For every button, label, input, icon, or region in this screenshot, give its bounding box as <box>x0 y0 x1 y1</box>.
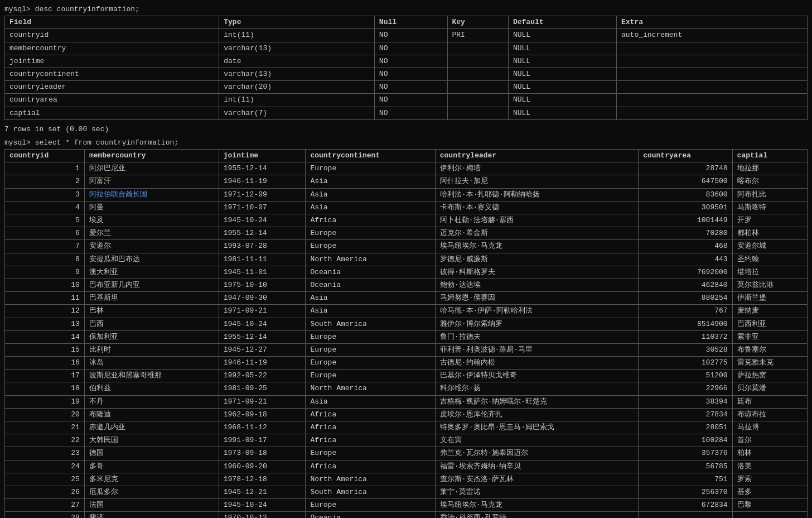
select-cell-10-3: Asia <box>306 292 435 305</box>
select-cell-3-5: 309501 <box>639 201 732 214</box>
select-cell-21-3: Africa <box>306 434 435 447</box>
select-table-row: 25多米尼克1978-12-18North America查尔斯·安杰洛·萨瓦林… <box>5 473 808 486</box>
select-cell-6-0: 7 <box>5 240 85 253</box>
select-table-row: 10巴布亚新几内亚1975-10-10Oceania鲍勃·达达埃462840莫尔… <box>5 279 808 291</box>
select-cell-15-4: 古德尼·约翰内松 <box>435 357 638 370</box>
desc-cell-5-0: countryarea <box>5 94 219 107</box>
select-cell-3-2: 1971-10-07 <box>219 201 306 214</box>
select-cell-18-2: 1971-09-21 <box>219 395 306 408</box>
desc-table-row: membercountryvarchar(13)NONULL <box>5 42 808 55</box>
select-cell-14-3: Europe <box>306 343 435 356</box>
select-cell-22-0: 23 <box>5 447 85 460</box>
select-cell-2-6: 阿布扎比 <box>732 188 807 201</box>
select-cell-15-1: 冰岛 <box>84 357 219 370</box>
desc-cell-2-3 <box>447 55 508 68</box>
select-cell-15-5: 102775 <box>639 357 732 370</box>
select-cell-13-4: 鲁门·拉德夫 <box>435 330 638 343</box>
desc-cell-2-5 <box>616 55 807 68</box>
select-header-countryid: countryid <box>5 150 85 162</box>
select-cell-22-5: 357376 <box>639 447 732 460</box>
select-cell-5-0: 6 <box>5 227 85 240</box>
select-cell-3-0: 4 <box>5 201 85 214</box>
select-table-row: 7安道尔1993-07-28Europe埃马纽埃尔·马克龙468安道尔城 <box>5 240 808 253</box>
select-cell-14-4: 菲利普·利奥波德·路易·马里 <box>435 343 638 356</box>
select-cell-23-4: 福雷·埃索齐姆纳·纳辛贝 <box>435 460 638 473</box>
select-cell-0-6: 地拉那 <box>732 162 807 175</box>
select-table-row: 8安提瓜和巴布达1981-11-11North America罗德尼·威廉斯44… <box>5 253 808 266</box>
select-cell-27-4: 乔治·科努西·孔罗特 <box>435 512 638 518</box>
select-cell-2-5: 83600 <box>639 188 732 201</box>
select-cell-5-1: 爱尔兰 <box>84 227 219 240</box>
select-cell-6-6: 安道尔城 <box>732 240 807 253</box>
select-cell-18-6: 廷布 <box>732 395 807 408</box>
select-cell-26-5: 672834 <box>639 499 732 512</box>
desc-cell-1-4: NULL <box>508 42 616 55</box>
desc-cell-5-5 <box>616 94 807 107</box>
select-cell-6-2: 1993-07-28 <box>219 240 306 253</box>
desc-cell-4-5 <box>616 81 807 94</box>
select-cell-1-2: 1946-11-19 <box>219 175 306 188</box>
select-cell-9-6: 莫尔兹比港 <box>732 279 807 291</box>
select-cell-18-3: Asia <box>306 395 435 408</box>
select-cell-23-0: 24 <box>5 460 85 473</box>
select-table-row: 24多哥1960-09-20Africa福雷·埃索齐姆纳·纳辛贝56785洛美 <box>5 460 808 473</box>
select-cell-12-3: South America <box>306 318 435 330</box>
select-cell-5-6: 都柏林 <box>732 227 807 240</box>
select-cell-11-6: 麦纳麦 <box>732 305 807 318</box>
select-cell-12-6: 巴西利亚 <box>732 318 807 330</box>
select-cell-14-1: 比利时 <box>84 343 219 356</box>
desc-cell-5-1: int(11) <box>219 94 375 107</box>
select-cell-23-2: 1960-09-20 <box>219 460 306 473</box>
select-cell-7-0: 8 <box>5 253 85 266</box>
select-cell-6-5: 468 <box>639 240 732 253</box>
select-cell-2-0: 3 <box>5 188 85 201</box>
select-cell-19-2: 1962-09-18 <box>219 408 306 421</box>
select-cell-27-2: 1970-10-13 <box>219 512 306 518</box>
desc-cell-5-2: NO <box>374 94 447 107</box>
select-cell-24-2: 1978-12-18 <box>219 473 306 486</box>
select-header-membercountry: membercountry <box>84 150 219 162</box>
select-cell-0-0: 1 <box>5 162 85 175</box>
select-cell-11-4: 哈马德·本·伊萨·阿勒哈利法 <box>435 305 638 318</box>
desc-cell-0-1: int(11) <box>219 29 375 42</box>
select-table-row: 13巴西1945-10-24South America雅伊尔·博尔索纳罗8514… <box>5 318 808 330</box>
select-table: countryidmembercountryjointimecountrycon… <box>4 149 808 518</box>
select-cell-24-4: 查尔斯·安杰洛·萨瓦林 <box>435 473 638 486</box>
select-cell-18-0: 19 <box>5 395 85 408</box>
desc-cell-0-4: NULL <box>508 29 616 42</box>
select-cell-7-3: North America <box>306 253 435 266</box>
select-cell-9-2: 1975-10-10 <box>219 279 306 291</box>
select-cell-8-3: Oceania <box>306 266 435 279</box>
select-table-row: 18伯利兹1981-09-25North America科尔维尔·扬22966贝… <box>5 382 808 395</box>
select-cell-8-4: 彼得·科斯格罗夫 <box>435 266 638 279</box>
select-cell-19-6: 布琼布拉 <box>732 408 807 421</box>
select-cell-12-4: 雅伊尔·博尔索纳罗 <box>435 318 638 330</box>
select-cell-5-5: 70280 <box>639 227 732 240</box>
select-cell-9-4: 鲍勃·达达埃 <box>435 279 638 291</box>
select-header-captial: captial <box>732 150 807 162</box>
select-cell-20-2: 1968-11-12 <box>219 421 306 434</box>
desc-table-row: countryareaint(11)NONULL <box>5 94 808 107</box>
select-cell-0-1: 阿尔巴尼亚 <box>84 162 219 175</box>
select-cell-23-5: 56785 <box>639 460 732 473</box>
select-cell-24-3: North America <box>306 473 435 486</box>
select-header-jointime: jointime <box>219 150 306 162</box>
desc-cell-4-1: varchar(20) <box>219 81 375 94</box>
select-cell-18-1: 不丹 <box>84 395 219 408</box>
select-cell-20-3: Africa <box>306 421 435 434</box>
select-table-row: 20布隆迪1962-09-18Africa皮埃尔·恩库伦齐扎27834布琼布拉 <box>5 408 808 421</box>
desc-cell-3-1: varchar(13) <box>219 68 375 80</box>
select-cell-16-1: 波斯尼亚和黑塞哥维那 <box>84 370 219 382</box>
select-cell-11-0: 12 <box>5 305 85 318</box>
desc-header-null: Null <box>374 16 447 29</box>
select-cell-25-6: 基多 <box>732 486 807 498</box>
desc-table-row: jointimedateNONULL <box>5 55 808 68</box>
select-cell-6-3: Europe <box>306 240 435 253</box>
select-cell-12-1: 巴西 <box>84 318 219 330</box>
select-cell-5-3: Europe <box>306 227 435 240</box>
desc-header-default: Default <box>508 16 616 29</box>
select-cell-10-1: 巴基斯坦 <box>84 292 219 305</box>
select-cell-10-4: 马姆努恩·侯赛因 <box>435 292 638 305</box>
desc-cell-3-2: NO <box>374 68 447 80</box>
select-table-row: 27法国1945-10-24Europe埃马纽埃尔·马克龙672834巴黎 <box>5 499 808 512</box>
